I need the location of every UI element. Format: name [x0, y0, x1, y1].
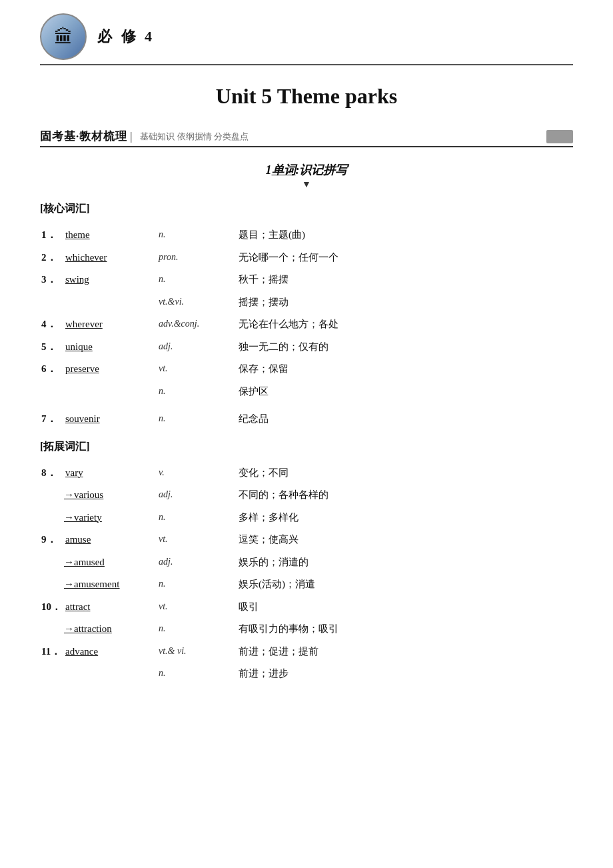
- logo-icon: 🏛: [54, 26, 73, 48]
- arrow-prefix: →: [64, 579, 74, 589]
- word-meaning: 无论在什么地方；各处: [237, 313, 573, 336]
- word-num: 8．: [40, 462, 64, 485]
- table-row: 10． attract vt. 吸引: [40, 596, 573, 619]
- word-term: advance: [64, 641, 157, 663]
- word-pos: n.: [157, 381, 237, 403]
- arrow-prefix: →: [64, 489, 74, 500]
- section-header: 固考基·教材梳理 | 基础知识 依纲据情 分类盘点: [40, 129, 573, 147]
- table-row: →variety n. 多样；多样化: [40, 507, 573, 529]
- table-row: 5． unique adj. 独一无二的；仅有的: [40, 336, 573, 359]
- extended-vocab-label: [拓展词汇]: [40, 440, 573, 454]
- word-meaning: 摇摆；摆动: [237, 291, 573, 314]
- word-meaning: 多样；多样化: [237, 507, 573, 529]
- section-pipe: |: [130, 131, 132, 143]
- word-meaning: 独一无二的；仅有的: [237, 336, 573, 359]
- table-row: 7． souvenir n. 纪念品: [40, 408, 573, 431]
- word-pos: vt.: [157, 529, 237, 551]
- word-meaning: 变化；不同: [237, 462, 573, 485]
- core-vocab-label: [核心词汇]: [40, 202, 573, 216]
- table-row: n. 保护区: [40, 381, 573, 403]
- unit-title: Unit 5 Theme parks: [40, 84, 573, 109]
- word-meaning: 无论哪一个；任何一个: [237, 247, 573, 269]
- section-main-title: 固考基·教材梳理: [40, 129, 127, 144]
- word-meaning: 有吸引力的事物；吸引: [237, 618, 573, 641]
- word-meaning: 秋千；摇摆: [237, 269, 573, 291]
- word-pos: vt.&vi.: [157, 291, 237, 314]
- word-num: 7．: [40, 408, 64, 431]
- word-term: wherever: [64, 313, 157, 336]
- word-meaning: 保护区: [237, 381, 573, 403]
- arrow-prefix: →: [64, 557, 74, 567]
- table-row: 3． swing n. 秋千；摇摆: [40, 269, 573, 291]
- word-num: 2．: [40, 247, 64, 269]
- arrow-prefix: →: [64, 623, 74, 634]
- word-pos: vt.& vi.: [157, 641, 237, 663]
- word-num: 11．: [40, 641, 64, 663]
- vocab-arrow: ▼: [40, 179, 573, 190]
- word-term: preserve: [64, 358, 157, 381]
- table-row: 8． vary v. 变化；不同: [40, 462, 573, 485]
- word-term: →attraction: [64, 618, 157, 641]
- word-num: 6．: [40, 358, 64, 381]
- vocab-section-title: 1单词:识记拼写 ▼: [40, 162, 573, 190]
- logo-circle: 🏛: [40, 13, 87, 60]
- word-num: 1．: [40, 224, 64, 247]
- word-pos: n.: [157, 663, 237, 685]
- word-pos: v.: [157, 462, 237, 485]
- table-row: →amused adj. 娱乐的；消遣的: [40, 551, 573, 574]
- word-pos: n.: [157, 269, 237, 291]
- word-meaning: 不同的；各种各样的: [237, 484, 573, 507]
- word-term: swing: [64, 269, 157, 291]
- word-term: whichever: [64, 247, 157, 269]
- header-title: 必 修 4: [97, 27, 155, 47]
- core-vocab-table: 1． theme n. 题目；主题(曲) 2． whichever pron. …: [40, 224, 573, 431]
- extended-vocab-table: 8． vary v. 变化；不同 →various adj. 不同的；各种各样的…: [40, 462, 573, 685]
- word-pos: adv.&conj.: [157, 313, 237, 336]
- table-row: 1． theme n. 题目；主题(曲): [40, 224, 573, 247]
- table-row: 11． advance vt.& vi. 前进；促进；提前: [40, 641, 573, 663]
- table-row: →various adj. 不同的；各种各样的: [40, 484, 573, 507]
- word-term: unique: [64, 336, 157, 359]
- word-num: 3．: [40, 269, 64, 291]
- table-row: 9． amuse vt. 逗笑；使高兴: [40, 529, 573, 551]
- word-meaning: 保存；保留: [237, 358, 573, 381]
- word-pos: adj.: [157, 551, 237, 574]
- word-meaning: 前进；进步: [237, 663, 573, 685]
- table-row: n. 前进；进步: [40, 663, 573, 685]
- word-pos: vt.: [157, 596, 237, 619]
- section-subtitle: 基础知识 依纲据情 分类盘点: [140, 131, 249, 143]
- word-term: amuse: [64, 529, 157, 551]
- table-row: →attraction n. 有吸引力的事物；吸引: [40, 618, 573, 641]
- word-num: 5．: [40, 336, 64, 359]
- word-meaning: 纪念品: [237, 408, 573, 431]
- word-meaning: 逗笑；使高兴: [237, 529, 573, 551]
- word-pos: adj.: [157, 484, 237, 507]
- table-row: 2． whichever pron. 无论哪一个；任何一个: [40, 247, 573, 269]
- table-row: 6． preserve vt. 保存；保留: [40, 358, 573, 381]
- word-pos: n.: [157, 618, 237, 641]
- arrow-prefix: →: [64, 512, 74, 523]
- word-num: 9．: [40, 529, 64, 551]
- table-row: 4． wherever adv.&conj. 无论在什么地方；各处: [40, 313, 573, 336]
- word-pos: adj.: [157, 336, 237, 359]
- word-num: 10．: [40, 596, 64, 619]
- word-meaning: 娱乐的；消遣的: [237, 551, 573, 574]
- word-term: →various: [64, 484, 157, 507]
- word-meaning: 吸引: [237, 596, 573, 619]
- word-term: vary: [64, 462, 157, 485]
- word-term: souvenir: [64, 408, 157, 431]
- word-meaning: 娱乐(活动)；消遣: [237, 573, 573, 596]
- word-pos: n.: [157, 408, 237, 431]
- word-term: theme: [64, 224, 157, 247]
- word-pos: vt.: [157, 358, 237, 381]
- word-term: →amused: [64, 551, 157, 574]
- word-num: 4．: [40, 313, 64, 336]
- word-meaning: 前进；促进；提前: [237, 641, 573, 663]
- word-pos: pron.: [157, 247, 237, 269]
- section-badge: [546, 130, 573, 143]
- word-pos: n.: [157, 573, 237, 596]
- word-pos: n.: [157, 507, 237, 529]
- word-term: attract: [64, 596, 157, 619]
- header-area: 🏛 必 修 4: [40, 13, 573, 65]
- table-row: →amusement n. 娱乐(活动)；消遣: [40, 573, 573, 596]
